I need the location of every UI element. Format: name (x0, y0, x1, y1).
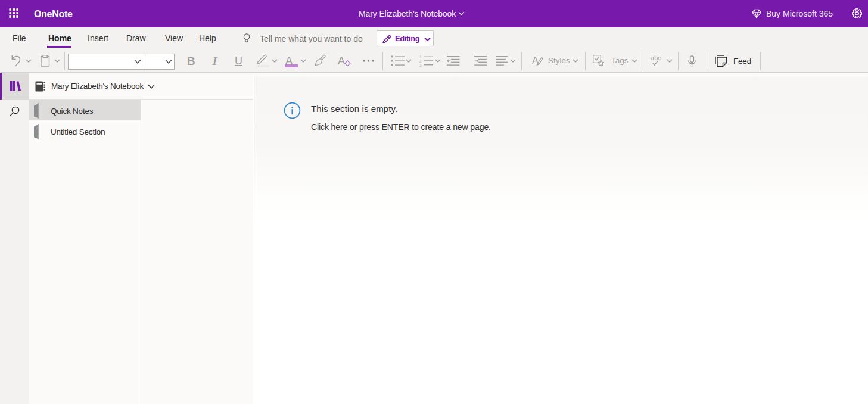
svg-text:abc: abc (651, 55, 661, 61)
svg-text:1: 1 (419, 55, 422, 59)
svg-text:3: 3 (419, 63, 422, 67)
